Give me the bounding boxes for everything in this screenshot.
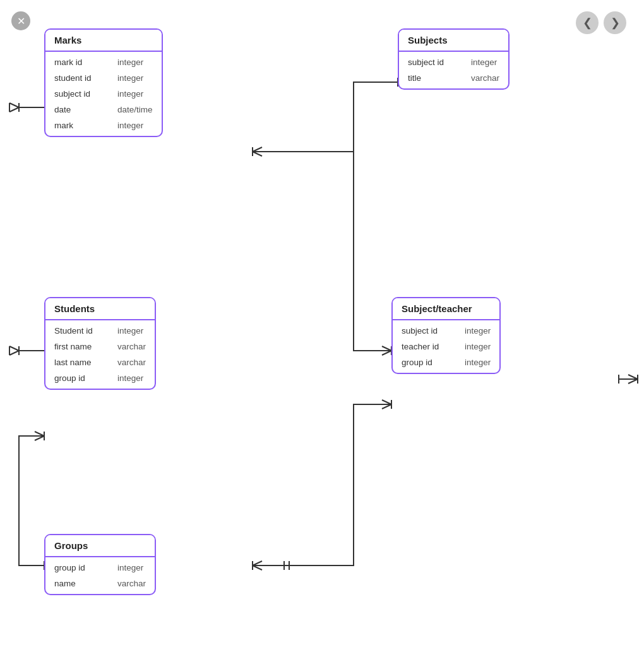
col-field-name: name (54, 579, 117, 588)
col-field-name: subject id (408, 57, 471, 67)
svg-line-26 (35, 436, 44, 440)
col-field-type: integer (117, 373, 143, 383)
svg-line-17 (382, 400, 391, 404)
table-row: subject idinteger (399, 54, 508, 70)
table-row: markinteger (45, 118, 162, 133)
table-subjects-body: subject idintegertitlevarchar (399, 52, 508, 88)
col-field-name: subject id (54, 89, 117, 99)
col-field-type: varchar (471, 73, 499, 83)
col-field-type: integer (465, 342, 491, 351)
back-icon: ❮ (583, 16, 592, 30)
col-field-type: integer (117, 121, 143, 130)
svg-line-21 (9, 346, 19, 351)
table-subject_teacher-title: Subject/teacher (393, 298, 499, 320)
col-field-type: integer (117, 563, 143, 572)
col-field-name: student id (54, 73, 117, 83)
table-marks-title: Marks (45, 30, 162, 52)
svg-line-3 (9, 107, 19, 112)
table-groups: Groupsgroup idintegernamevarchar (44, 534, 156, 595)
col-field-type: date/time (117, 105, 153, 114)
svg-line-12 (382, 351, 391, 355)
svg-line-22 (9, 351, 19, 355)
forward-icon: ❯ (611, 16, 620, 30)
col-field-name: group id (54, 563, 117, 572)
forward-button[interactable]: ❯ (604, 11, 626, 34)
table-row: titlevarchar (399, 70, 508, 86)
table-groups-body: group idintegernamevarchar (45, 557, 155, 594)
table-row: last namevarchar (45, 354, 155, 370)
col-field-type: integer (117, 73, 143, 83)
table-row: namevarchar (45, 576, 155, 591)
col-field-type: varchar (117, 342, 146, 351)
col-field-name: mark id (54, 57, 117, 67)
col-field-type: integer (465, 358, 491, 367)
table-row: teacher idinteger (393, 339, 499, 354)
svg-line-14 (253, 561, 262, 565)
svg-line-2 (9, 103, 19, 107)
table-marks-body: mark idintegerstudent idintegersubject i… (45, 52, 162, 136)
table-row: student idinteger (45, 70, 162, 86)
back-button[interactable]: ❮ (576, 11, 599, 34)
col-field-type: varchar (117, 358, 146, 367)
close-button[interactable]: ✕ (11, 11, 30, 30)
table-subject_teacher: Subject/teachersubject idintegerteacher … (391, 297, 501, 374)
table-subject_teacher-body: subject idintegerteacher idintegergroup … (393, 320, 499, 373)
table-row: group idinteger (393, 354, 499, 370)
table-row: datedate/time (45, 102, 162, 118)
svg-line-18 (382, 404, 391, 409)
table-marks: Marksmark idintegerstudent idintegersubj… (44, 28, 163, 137)
table-row: Student idinteger (45, 323, 155, 339)
col-field-type: varchar (117, 579, 146, 588)
table-students-body: Student idintegerfirst namevarcharlast n… (45, 320, 155, 389)
svg-line-32 (628, 379, 638, 384)
table-students-title: Students (45, 298, 155, 320)
close-icon: ✕ (17, 15, 25, 27)
col-field-name: title (408, 73, 471, 83)
table-row: first namevarchar (45, 339, 155, 354)
table-row: subject idinteger (393, 323, 499, 339)
table-students: StudentsStudent idintegerfirst namevarch… (44, 297, 156, 390)
svg-line-25 (35, 432, 44, 436)
col-field-name: mark (54, 121, 117, 130)
table-row: group idinteger (45, 370, 155, 386)
col-field-name: group id (402, 358, 465, 367)
col-field-type: integer (117, 326, 143, 336)
table-row: mark idinteger (45, 54, 162, 70)
col-field-name: Student id (54, 326, 117, 336)
col-field-name: subject id (402, 326, 465, 336)
svg-line-11 (382, 346, 391, 351)
table-row: subject idinteger (45, 86, 162, 102)
svg-line-31 (628, 375, 638, 379)
svg-line-15 (253, 565, 262, 570)
svg-line-9 (253, 152, 262, 156)
col-field-type: integer (117, 57, 143, 67)
col-field-name: date (54, 105, 117, 114)
col-field-name: last name (54, 358, 117, 367)
table-subjects-title: Subjects (399, 30, 508, 52)
col-field-name: first name (54, 342, 117, 351)
col-field-name: group id (54, 373, 117, 383)
table-groups-title: Groups (45, 535, 155, 557)
col-field-name: teacher id (402, 342, 465, 351)
col-field-type: integer (117, 89, 143, 99)
svg-line-8 (253, 147, 262, 152)
table-subjects: Subjectssubject idintegertitlevarchar (398, 28, 510, 90)
col-field-type: integer (471, 57, 497, 67)
table-row: group idinteger (45, 560, 155, 576)
col-field-type: integer (465, 326, 491, 336)
